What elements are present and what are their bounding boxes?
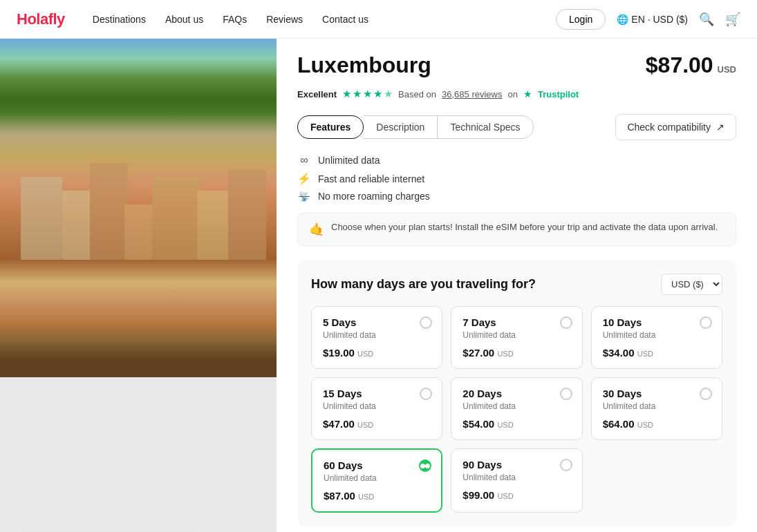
tab-description[interactable]: Description: [364, 115, 437, 139]
svg-rect-1: [62, 191, 93, 260]
plan-radio-90: [560, 459, 572, 471]
feature-unlimited-data: ∞ Unlimited data: [297, 154, 736, 167]
plan-60-days[interactable]: 60 Days Unlimited data $87.00 USD: [311, 448, 442, 513]
plan-radio-30: [700, 388, 712, 400]
currency-select[interactable]: USD ($): [661, 274, 722, 295]
plan-days-90: 90 Days: [462, 459, 570, 471]
plan-15-days[interactable]: 15 Days Unlimited data $47.00 USD: [311, 377, 442, 440]
product-title: Luxembourg: [297, 53, 431, 78]
info-banner: 🤙 Choose when your plan starts! Install …: [297, 213, 736, 246]
price-amount: $87.00: [646, 53, 713, 77]
feature-label-0: Unlimited data: [318, 155, 380, 166]
plan-selector: How many days are you traveling for? USD…: [297, 260, 736, 526]
plan-days-15: 15 Days: [323, 388, 431, 399]
tab-technical-specs[interactable]: Technical Specs: [437, 115, 533, 139]
plan-5-days[interactable]: 5 Days Unlimited data $19.00 USD: [311, 306, 442, 369]
price-currency: USD: [718, 64, 736, 75]
login-button[interactable]: Login: [556, 9, 606, 30]
svg-rect-4: [152, 177, 200, 260]
left-panel: H: [0, 39, 277, 532]
reviews-link[interactable]: 36,685 reviews: [442, 89, 502, 99]
main-layout: H: [0, 39, 757, 532]
star-half: ★: [384, 88, 393, 100]
trustpilot-star: ★: [523, 88, 532, 99]
plan-days-20: 20 Days: [462, 388, 570, 399]
check-compat-label: Check compatibility: [627, 122, 711, 133]
star-1: ★: [342, 88, 351, 100]
plan-price-7: $27.00 USD: [462, 347, 570, 359]
plan-7-days[interactable]: 7 Days Unlimited data $27.00 USD: [451, 306, 582, 369]
nav-links: Destinations About us FAQs Reviews Conta…: [93, 14, 556, 25]
plan-radio-10: [700, 316, 712, 329]
nav-about[interactable]: About us: [165, 14, 203, 25]
star-4: ★: [373, 88, 382, 100]
plan-90-days[interactable]: 90 Days Unlimited data $99.00 USD: [451, 448, 582, 513]
plan-grid-empty: [591, 448, 722, 513]
features-list: ∞ Unlimited data ⚡ Fast and reliable int…: [297, 154, 736, 202]
plan-days-30: 30 Days: [603, 388, 711, 399]
external-link-icon: ↗: [716, 122, 725, 133]
rating-label: Excellent: [297, 89, 337, 99]
svg-rect-2: [90, 163, 128, 260]
language-selector[interactable]: 🌐 EN · USD ($): [617, 14, 688, 25]
nav-faqs[interactable]: FAQs: [223, 14, 247, 25]
plan-price-20: $54.00 USD: [462, 418, 570, 430]
check-compatibility-button[interactable]: Check compatibility ↗: [615, 114, 736, 140]
nav-contact[interactable]: Contact us: [322, 14, 368, 25]
nav-right: Login 🌐 EN · USD ($) 🔍 🛒: [556, 9, 740, 30]
plan-price-60: $87.00 USD: [324, 490, 430, 502]
price-display: $87.00 USD: [646, 53, 736, 78]
plan-days-5: 5 Days: [323, 316, 431, 328]
star-2: ★: [353, 88, 362, 100]
star-3: ★: [363, 88, 372, 100]
infinity-icon: ∞: [297, 154, 311, 167]
plan-data-7: Unlimited data: [462, 330, 570, 340]
nav-reviews[interactable]: Reviews: [266, 14, 303, 25]
plan-20-days[interactable]: 20 Days Unlimited data $54.00 USD: [451, 377, 582, 440]
plan-title: How many days are you traveling for?: [311, 277, 536, 292]
plan-data-90: Unlimited data: [462, 473, 570, 482]
plan-radio-20: [560, 388, 572, 400]
lightning-icon: ⚡: [297, 172, 311, 185]
globe-icon: 🌐: [617, 14, 628, 25]
tab-features[interactable]: Features: [297, 115, 364, 139]
feature-no-roaming: 📡 No more roaming charges: [297, 191, 736, 202]
star-rating: ★ ★ ★ ★ ★: [342, 88, 393, 100]
plan-price-10: $34.00 USD: [603, 347, 711, 359]
search-icon[interactable]: 🔍: [699, 12, 714, 27]
cart-icon[interactable]: 🛒: [725, 12, 740, 27]
svg-rect-5: [197, 191, 232, 260]
plan-30-days[interactable]: 30 Days Unlimited data $64.00 USD: [591, 377, 722, 440]
plan-price-30: $64.00 USD: [603, 418, 711, 430]
nav-destinations[interactable]: Destinations: [93, 14, 146, 25]
plan-data-5: Unlimited data: [323, 330, 431, 340]
plan-radio-7: [560, 316, 572, 329]
plan-price-90: $99.00 USD: [462, 489, 570, 501]
plan-data-20: Unlimited data: [462, 401, 570, 411]
right-panel: Luxembourg $87.00 USD Excellent ★ ★ ★ ★ …: [277, 39, 757, 532]
plan-data-15: Unlimited data: [323, 401, 431, 411]
rating-row: Excellent ★ ★ ★ ★ ★ Based on 36,685 revi…: [297, 88, 736, 100]
plan-days-7: 7 Days: [462, 316, 570, 328]
brand-logo[interactable]: Holafly: [17, 10, 65, 28]
feature-label-1: Fast and reliable internet: [318, 173, 424, 184]
plan-days-10: 10 Days: [603, 316, 711, 328]
city-image: [0, 39, 277, 377]
plan-grid: 5 Days Unlimited data $19.00 USD 7 Days …: [311, 306, 722, 513]
no-roaming-icon: 📡: [297, 191, 311, 202]
navbar: Holafly Destinations About us FAQs Revie…: [0, 0, 757, 39]
plan-header: How many days are you traveling for? USD…: [311, 274, 722, 295]
hand-icon: 🤙: [309, 222, 324, 237]
plan-data-60: Unlimited data: [324, 473, 430, 483]
tab-group: Features Description Technical Specs: [297, 115, 534, 139]
banner-text: Choose when your plan starts! Install th…: [331, 222, 718, 232]
feature-label-2: No more roaming charges: [318, 191, 430, 202]
plan-data-10: Unlimited data: [603, 330, 711, 340]
reviews-text: Based on: [398, 89, 436, 99]
plan-10-days[interactable]: 10 Days Unlimited data $34.00 USD: [591, 306, 722, 369]
svg-rect-0: [21, 177, 62, 260]
tabs-container: Features Description Technical Specs Che…: [297, 114, 736, 140]
trustpilot-label: Trustpilot: [538, 89, 579, 99]
plan-price-5: $19.00 USD: [323, 347, 431, 359]
svg-rect-3: [124, 205, 152, 260]
